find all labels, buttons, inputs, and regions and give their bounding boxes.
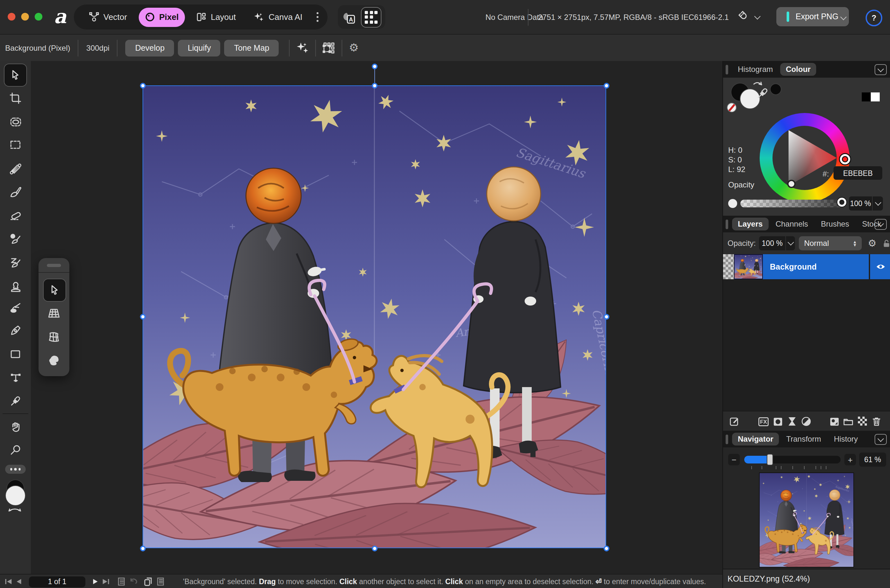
selection-handle-top-left[interactable] bbox=[140, 82, 146, 88]
layer-effects-button[interactable]: FX bbox=[756, 417, 771, 426]
selection-handle-top-right[interactable] bbox=[603, 82, 609, 88]
flyout-mesh-warp-tool[interactable] bbox=[43, 326, 65, 348]
selection-handle-middle-right[interactable] bbox=[603, 314, 609, 320]
persona-layout[interactable]: Layout bbox=[190, 4, 242, 30]
dpi-value[interactable]: 300dpi bbox=[86, 44, 110, 52]
paint-brush-tool[interactable] bbox=[0, 181, 31, 203]
colour-replacement-brush-tool[interactable] bbox=[0, 228, 31, 250]
selection-handle-bottom-center[interactable] bbox=[371, 545, 377, 551]
export-png-button[interactable]: Export PNG bbox=[776, 7, 849, 26]
tab-histogram[interactable]: Histogram bbox=[732, 63, 779, 76]
erase-brush-tool[interactable] bbox=[0, 205, 31, 226]
move-tool[interactable] bbox=[4, 63, 27, 87]
more-tools-button[interactable] bbox=[5, 465, 26, 474]
persona-pixel[interactable]: Pixel bbox=[139, 8, 185, 27]
opacity-slider-knob[interactable] bbox=[837, 198, 846, 207]
palette-drag-handle[interactable] bbox=[47, 264, 61, 267]
develop-button[interactable]: Develop bbox=[126, 39, 174, 56]
flyout-move-tool[interactable] bbox=[43, 279, 66, 302]
next-page-button[interactable] bbox=[93, 578, 98, 585]
zoom-percentage[interactable]: 61 % bbox=[859, 453, 886, 466]
layer-thumbnail[interactable] bbox=[734, 254, 763, 279]
no-colour-swatch[interactable] bbox=[727, 103, 737, 112]
zoom-window-button[interactable] bbox=[35, 13, 42, 21]
zoom-slider-thumb[interactable] bbox=[767, 454, 773, 465]
tone-map-button[interactable]: Tone Map bbox=[224, 39, 279, 56]
panel-drag-handle[interactable] bbox=[726, 434, 728, 444]
selection-handle-bottom-left[interactable] bbox=[140, 545, 146, 551]
colour-picker-tool[interactable] bbox=[0, 390, 31, 411]
duplicate-icon[interactable] bbox=[144, 577, 152, 586]
eyedropper-icon[interactable] bbox=[756, 87, 769, 99]
layer-settings-gear-icon[interactable]: ⚙ bbox=[868, 237, 876, 249]
tab-transform[interactable]: Transform bbox=[780, 433, 827, 446]
panel-collapse-button[interactable] bbox=[875, 219, 887, 230]
separated-mode-toggle[interactable] bbox=[361, 7, 381, 27]
page-indicator[interactable]: 1 of 1 bbox=[29, 576, 86, 587]
selection-handle-bottom-right[interactable] bbox=[603, 545, 609, 551]
smudge-tool[interactable] bbox=[0, 297, 31, 318]
previous-page-button[interactable] bbox=[16, 578, 22, 585]
panel-collapse-button[interactable] bbox=[875, 64, 887, 75]
selection-bounding-box[interactable] bbox=[143, 86, 606, 548]
panel-collapse-button[interactable] bbox=[875, 434, 887, 445]
panel-drag-handle[interactable] bbox=[726, 64, 728, 74]
flyout-perspective-tool[interactable] bbox=[43, 302, 65, 324]
layers-opacity-dropdown[interactable] bbox=[785, 236, 795, 250]
crop-tool[interactable] bbox=[0, 87, 31, 109]
notes-icon[interactable] bbox=[157, 577, 164, 586]
new-pixel-layer-button[interactable] bbox=[827, 417, 841, 426]
marquee-select-tool[interactable] bbox=[0, 134, 31, 156]
assistant-icon[interactable]: A bbox=[342, 9, 357, 25]
minimize-window-button[interactable] bbox=[21, 13, 29, 21]
edit-layer-button[interactable] bbox=[727, 417, 741, 426]
tab-layers[interactable]: Layers bbox=[732, 218, 768, 231]
primary-colour-swatch[interactable] bbox=[5, 485, 26, 506]
liquify-button[interactable]: Liquify bbox=[178, 39, 221, 56]
selection-settings-icon[interactable] bbox=[323, 41, 336, 54]
history-undo-icon[interactable] bbox=[129, 578, 138, 585]
undo-brush-tool[interactable] bbox=[0, 252, 31, 273]
layer-row-background[interactable]: Background bbox=[723, 254, 890, 279]
navigator-preview[interactable] bbox=[759, 473, 853, 567]
layer-name[interactable]: Background bbox=[763, 262, 869, 271]
blend-mode-select[interactable]: Normal ▲▼ bbox=[799, 236, 862, 250]
selection-handle-middle-left[interactable] bbox=[140, 314, 146, 320]
gear-icon[interactable]: ⚙ bbox=[349, 41, 359, 55]
black-swatch[interactable] bbox=[862, 92, 871, 101]
persona-overflow-menu[interactable] bbox=[317, 12, 318, 22]
live-filter-button[interactable] bbox=[799, 417, 813, 426]
opacity-slider[interactable] bbox=[740, 200, 843, 207]
zoom-out-button[interactable]: − bbox=[728, 454, 740, 465]
layers-opacity-value[interactable]: 100 % bbox=[759, 236, 785, 250]
saturation-lightness-selector[interactable] bbox=[787, 180, 795, 188]
hue-selector[interactable] bbox=[840, 154, 850, 164]
clone-stamp-tool[interactable] bbox=[0, 275, 31, 297]
white-swatch[interactable] bbox=[871, 92, 880, 101]
first-page-button[interactable] bbox=[5, 578, 12, 585]
last-page-button[interactable] bbox=[102, 578, 109, 585]
mask-layer-button[interactable] bbox=[771, 417, 785, 426]
adjustment-layer-button[interactable] bbox=[785, 417, 799, 426]
opacity-value[interactable]: 100 % bbox=[849, 196, 872, 210]
new-group-button[interactable] bbox=[841, 417, 855, 426]
tab-colour[interactable]: Colour bbox=[780, 63, 816, 76]
selection-handle-top-center[interactable] bbox=[371, 82, 377, 88]
gradient-tool[interactable] bbox=[0, 158, 31, 180]
tab-brushes[interactable]: Brushes bbox=[815, 218, 855, 231]
zoom-in-button[interactable]: + bbox=[844, 454, 856, 465]
layer-visibility-toggle[interactable] bbox=[870, 254, 890, 279]
tab-history[interactable]: History bbox=[828, 433, 864, 446]
view-hand-tool[interactable] bbox=[0, 416, 31, 438]
pages-icon[interactable] bbox=[117, 577, 125, 586]
rotation-handle[interactable] bbox=[371, 63, 377, 69]
zoom-tool[interactable] bbox=[0, 439, 31, 461]
hex-input[interactable]: EBEBEB bbox=[833, 166, 882, 180]
auto-enhance-icon[interactable] bbox=[296, 41, 309, 54]
new-layer-button[interactable] bbox=[855, 417, 869, 426]
lock-icon[interactable] bbox=[882, 238, 890, 248]
frame-text-tool[interactable] bbox=[0, 366, 31, 388]
persona-canva-ai[interactable]: Canva AI bbox=[248, 4, 309, 30]
selection-brush-tool[interactable] bbox=[0, 111, 31, 133]
help-button[interactable]: ? bbox=[866, 10, 882, 26]
